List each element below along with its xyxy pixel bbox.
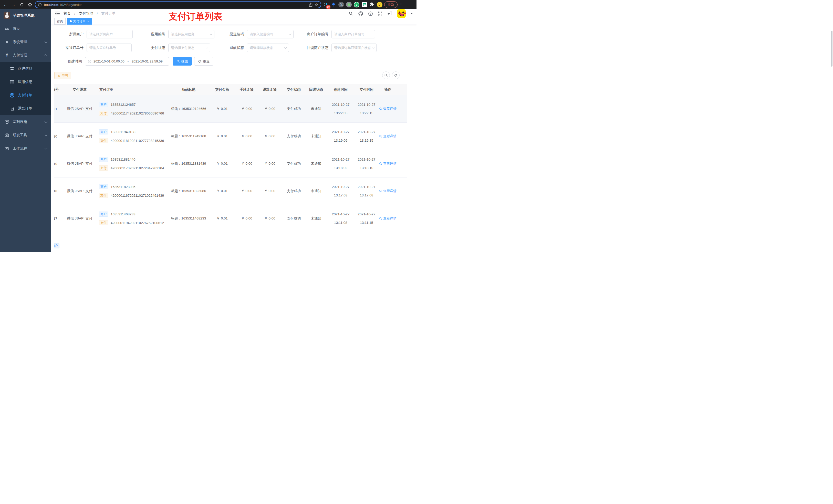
merchant-order-no: 1635311881440: [110, 158, 136, 161]
breadcrumb-pay[interactable]: 支付管理: [79, 11, 93, 16]
create-time-range-picker[interactable]: 2021-10-01 00:00:00 - 2021-10-31 23:59:5…: [85, 57, 169, 66]
cell-id: 18: [54, 189, 61, 193]
cell-create-time: 2021-10-2713:19:09: [327, 130, 354, 143]
extension-command-icon[interactable]: ⌘: [338, 2, 344, 8]
pay-order-no: 4200001194202110276752100612: [110, 221, 164, 225]
merchant-order-no-input[interactable]: [331, 30, 375, 39]
home-icon[interactable]: [27, 1, 33, 8]
close-icon[interactable]: ×: [87, 20, 89, 23]
github-icon[interactable]: [358, 11, 363, 16]
view-detail-link[interactable]: 查看详情: [379, 134, 397, 139]
clock-icon: [88, 60, 91, 63]
pay-order-no: 4200001173202110272847982104: [110, 166, 164, 170]
sidebar-item-system[interactable]: 系统管理: [0, 35, 51, 49]
merchant-filter-input[interactable]: [87, 30, 133, 39]
sidebar-collapse-icon[interactable]: [55, 11, 60, 16]
cell-channel: 微信 JSAPI 支付: [61, 189, 99, 193]
user-avatar[interactable]: [397, 9, 406, 18]
app-id-select[interactable]: 请选择应用信息: [168, 30, 214, 39]
forward-icon[interactable]: →: [10, 1, 17, 8]
col-header-notify-status: 回调状态: [305, 87, 327, 92]
channel-code-select[interactable]: 请输入渠道编码: [247, 30, 293, 39]
pay-tag: 支付: [99, 193, 108, 198]
cell-actions: 查看详情: [379, 161, 397, 166]
browser-toolbar: ← → localhost:1024/pay/order ☆ 10 ⌘ y: [0, 0, 416, 9]
chevron-down-icon: [45, 147, 47, 149]
font-size-icon[interactable]: [387, 11, 392, 16]
sidebar-item-pay[interactable]: ¥ 支付管理: [0, 49, 51, 62]
extension-chat-icon[interactable]: [361, 2, 367, 8]
notify-status-select[interactable]: 请选择订单回调商户状态: [331, 44, 377, 52]
cell-pay-status: 支付成功: [283, 134, 305, 139]
app-title: 芋道管理系统: [13, 13, 34, 18]
reset-button[interactable]: 重置: [194, 57, 213, 66]
sidebar-item-pay-order[interactable]: 支付订单: [0, 89, 51, 102]
breadcrumb-home[interactable]: 首页: [64, 11, 71, 16]
avatar-caret-icon[interactable]: [410, 13, 413, 14]
sidebar-item-app-info[interactable]: 应用信息: [0, 75, 51, 89]
view-detail-link[interactable]: 查看详情: [379, 106, 397, 111]
chevron-down-icon: [210, 32, 212, 35]
view-detail-link[interactable]: 查看详情: [379, 161, 397, 166]
dashboard-icon: [5, 26, 9, 31]
show-search-toggle-button[interactable]: [382, 71, 390, 79]
tab-home[interactable]: 首页: [54, 18, 66, 25]
cell-id: 21: [54, 107, 61, 111]
export-button[interactable]: 导出: [54, 72, 71, 79]
pay-tag: 支付: [99, 138, 108, 143]
share-icon[interactable]: [309, 3, 312, 7]
table-row[interactable]: 17 微信 JSAPI 支付 商户 1635311468233 支付 42000…: [54, 205, 407, 232]
sidebar-item-devtools[interactable]: 研发工具: [0, 128, 51, 142]
search-icon[interactable]: [348, 11, 354, 16]
reload-icon[interactable]: [19, 1, 25, 8]
fullscreen-icon[interactable]: [378, 11, 383, 16]
pay-order-no: 4200001167202110271022491439: [110, 194, 164, 197]
info-icon[interactable]: [38, 3, 42, 7]
help-icon[interactable]: ?: [368, 11, 373, 16]
cell-title: 标题：1635312124656: [169, 106, 208, 111]
url-bar[interactable]: localhost:1024/pay/order ☆: [35, 1, 321, 8]
cell-refund-amount: ￥ 0.00: [257, 216, 283, 221]
sidebar-item-workflow[interactable]: 工作流程: [0, 142, 51, 155]
extension-kite-icon[interactable]: [330, 2, 337, 8]
search-button[interactable]: 搜索: [173, 57, 192, 66]
sidebar-item-refund-order[interactable]: 退款订单: [0, 102, 51, 115]
chevron-down-icon: [45, 134, 47, 136]
cell-channel: 微信 JSAPI 支付: [61, 106, 99, 111]
filter-row-2: 渠道订单号 支付状态 请选择支付状态 退款状态 请选择退款状态 回调商户状态 请…: [54, 44, 413, 52]
cell-channel: 微信 JSAPI 支付: [61, 134, 99, 139]
table-row[interactable]: 18 微信 JSAPI 支付 商户 1635311823086 支付 42000…: [54, 177, 407, 205]
cell-refund-amount: ￥ 0.00: [257, 189, 283, 193]
filter-label: 支付状态: [150, 46, 165, 50]
tab-pay-order[interactable]: 支付订单 ×: [67, 18, 92, 25]
bookmark-star-icon[interactable]: ☆: [314, 2, 318, 7]
sidebar-item-infra[interactable]: 基础设施: [0, 115, 51, 128]
table-row[interactable]: 20 微信 JSAPI 支付 商户 1635311949168 支付 42000…: [54, 123, 407, 150]
extension-record-icon[interactable]: [346, 2, 352, 8]
browser-menu-icon[interactable]: ⋮: [399, 2, 403, 7]
view-detail-link[interactable]: 查看详情: [379, 189, 397, 193]
filter-label: 渠道订单号: [65, 46, 84, 50]
extensions-puzzle-icon[interactable]: [369, 2, 375, 8]
back-icon[interactable]: ←: [2, 1, 9, 8]
col-header-pay-order: 支付订单: [99, 87, 169, 92]
table-row[interactable]: 商户 1635311354726: [54, 232, 407, 252]
extension-y-icon[interactable]: y: [354, 2, 360, 8]
search-icon: [379, 135, 382, 138]
app-logo[interactable]: 芋道管理系统: [0, 9, 51, 22]
table-row[interactable]: 19 微信 JSAPI 支付 商户 1635311881440 支付 42000…: [54, 150, 407, 177]
refresh-table-button[interactable]: [392, 71, 400, 79]
browser-update-button[interactable]: 更新: [384, 1, 398, 8]
view-detail-link[interactable]: 查看详情: [379, 216, 397, 221]
toolbox-icon: [5, 133, 9, 138]
chevron-down-icon: [372, 46, 375, 49]
cell-title: 标题：1635311881439: [169, 161, 208, 166]
sidebar-item-home[interactable]: 首页: [0, 22, 51, 35]
sidebar-item-merchant-info[interactable]: 商户信息: [0, 62, 51, 75]
profile-avatar-icon[interactable]: [377, 2, 383, 8]
pay-status-select[interactable]: 请选择支付状态: [168, 44, 210, 52]
refund-status-select[interactable]: 请选择退款状态: [247, 44, 289, 52]
extension-sync-icon[interactable]: 10: [323, 2, 329, 8]
table-row[interactable]: 21 微信 JSAPI 支付 商户 1635312124657 支付 42000…: [54, 95, 407, 123]
channel-order-no-input[interactable]: [87, 44, 132, 52]
